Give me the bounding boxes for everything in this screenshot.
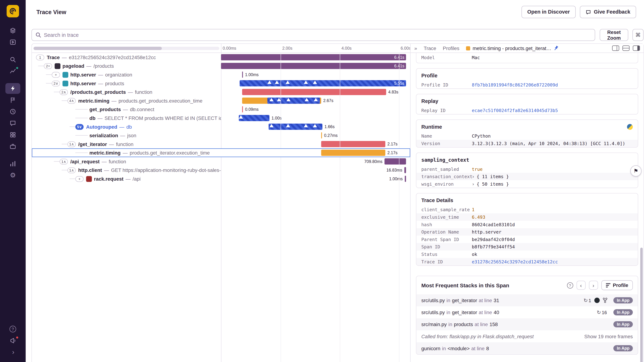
releases-icon[interactable] <box>5 95 20 105</box>
show-more-frames-link[interactable]: Show 19 more frames <box>584 333 633 339</box>
key-value-row[interactable]: transaction_context›{ 11 items } <box>416 173 638 180</box>
span-duration-bar[interactable] <box>405 176 406 182</box>
span-duration-bar[interactable] <box>321 132 322 139</box>
row-expand-badge[interactable]: 2+ <box>44 63 52 69</box>
expand-chevron-icon[interactable]: › <box>472 174 474 179</box>
reset-zoom-button[interactable]: Reset Zoom <box>600 29 628 41</box>
span-duration-bar[interactable] <box>242 89 386 95</box>
collapse-panel-icon[interactable]: » <box>414 46 417 51</box>
crons-icon[interactable] <box>5 106 20 117</box>
trace-row[interactable]: 2∨http.server—products5.55s <box>32 79 410 88</box>
settings-icon[interactable]: ⚙ <box>5 170 20 181</box>
collapse-sidebar-icon[interactable]: › <box>6 347 20 358</box>
github-icon[interactable] <box>594 298 600 303</box>
horizontal-scrollbar-thumb[interactable] <box>34 47 162 50</box>
traces-icon[interactable] <box>5 83 20 94</box>
row-expand-badge[interactable]: 1∧ <box>68 141 76 147</box>
span-duration-bar[interactable]: 6.41s <box>221 54 406 60</box>
stack-frame-row[interactable]: src/utils.pyinget_iteratorat line40↻16In… <box>416 306 638 318</box>
key-value-row[interactable]: Replay IDecae7c51f0024f2fa82e6314045d73b… <box>416 107 638 114</box>
trace-row[interactable]: 1∧/get_iterator—function2.17s <box>32 140 410 149</box>
profile-button[interactable]: Profile <box>601 280 633 290</box>
row-expand-badge[interactable]: 4∧ <box>68 98 76 103</box>
open-in-discover-button[interactable]: Open in Discover <box>522 6 576 18</box>
stack-frame-row[interactable]: Called from: flask/app.py in Flask.dispa… <box>416 330 638 342</box>
span-duration-bar[interactable] <box>404 167 406 173</box>
tab-span-details[interactable]: metric.timing - products.get_iterat… <box>466 45 558 51</box>
projects-icon[interactable] <box>5 129 20 140</box>
span-duration-bar[interactable]: 6.41s <box>221 63 406 69</box>
span-duration-bar[interactable] <box>321 150 385 156</box>
trace-search[interactable] <box>32 29 595 41</box>
search-input[interactable] <box>44 32 591 38</box>
span-duration-bar[interactable] <box>321 141 385 147</box>
expand-chevron-icon[interactable]: › <box>472 181 474 187</box>
trace-row[interactable]: db—SELECT * FROM products WHERE id IN (S… <box>32 114 410 122</box>
replays-icon[interactable] <box>5 37 20 47</box>
trace-row[interactable]: get_products—db.connect0.09ms <box>32 105 410 114</box>
row-expand-badge[interactable]: 2∨ <box>52 80 60 86</box>
floating-feedback-button[interactable]: ⚑ <box>630 165 642 176</box>
tab-trace[interactable]: Trace <box>424 45 436 51</box>
key-value-row[interactable]: Profile ID8fb7bb1891994f8c862f206e872200… <box>416 81 638 88</box>
value[interactable]: 8fb7bb1891994f8c862f206e8722009d <box>472 82 558 87</box>
span-duration-bar[interactable] <box>239 115 270 121</box>
row-expand-badge[interactable]: 1 <box>36 54 44 60</box>
stats-icon[interactable] <box>5 66 20 76</box>
search-icon[interactable] <box>5 54 20 65</box>
pin-icon[interactable] <box>552 45 560 52</box>
trace-row[interactable]: 2+pageload—/products6.41s <box>32 62 410 70</box>
trace-row[interactable]: 1∧/api_request—function709.80ms <box>32 157 410 166</box>
gridline <box>399 53 399 362</box>
sentry-logo[interactable] <box>6 5 19 17</box>
issues-icon[interactable] <box>5 25 20 36</box>
whats-new-icon[interactable] <box>5 335 20 346</box>
trace-row[interactable]: +rack.request—/api1.00ms <box>32 175 410 183</box>
layout-sidebar-right-icon[interactable] <box>612 45 619 51</box>
horizontal-scrollbar[interactable] <box>34 47 219 50</box>
trace-row[interactable]: 1Trace—e31278c256524c3297e2cd12458e12cc6… <box>32 53 410 62</box>
key: hash <box>421 222 472 227</box>
span-duration-bar[interactable]: 5.55s <box>240 80 406 86</box>
trace-row[interactable]: +http.server—organization1.00ms <box>32 70 410 79</box>
value[interactable]: ecae7c51f0024f2fa82e6314045d73b5 <box>472 108 558 113</box>
span-duration-label: 0.09ms <box>245 105 259 114</box>
panel-scrollbar[interactable] <box>640 248 643 362</box>
row-expand-badge[interactable]: 2∧ <box>60 89 68 95</box>
help-icon[interactable]: ? <box>5 324 20 335</box>
span-duration-bar[interactable] <box>242 71 243 78</box>
trace-row[interactable]: 1∧http.client—GET https://application-mo… <box>32 166 410 175</box>
tab-profiles[interactable]: Profiles <box>443 45 460 51</box>
next-stack-button[interactable]: › <box>589 281 598 290</box>
row-expand-badge[interactable]: + <box>75 176 84 181</box>
help-circle-icon[interactable]: ? <box>567 282 573 288</box>
value[interactable]: e31278c256524c3297e2cd12458e12cc <box>472 259 558 264</box>
row-expand-badge[interactable]: 1∧ <box>68 167 76 173</box>
trace-row[interactable]: metric.timing—products.get_iterator.exec… <box>32 149 410 157</box>
trace-row[interactable]: 4∧metric.timing—products.get_products.ex… <box>32 96 410 105</box>
stack-frame-row[interactable]: src/utils.pyinget_iteratorat line31↻1In … <box>416 294 638 306</box>
feedback-icon[interactable] <box>5 118 20 129</box>
most-frequent-stacks-card: Most Frequent Stacks in this Span?‹›Prof… <box>416 276 638 355</box>
trace-row[interactable]: serialization—json0.27ms <box>32 131 410 140</box>
stack-frame-row[interactable]: src/main.pyinproductsat line158In App <box>416 318 638 330</box>
trace-row[interactable]: 2∧/products.get_products—function4.83s <box>32 88 410 96</box>
span-label: +rack.request—/api <box>32 175 221 183</box>
stack-frame-row[interactable]: gunicornin<module>at line8In App <box>416 342 638 354</box>
row-expand-badge[interactable]: + <box>52 72 60 77</box>
row-expand-badge[interactable]: 1∧ <box>60 159 68 164</box>
row-expand-badge[interactable]: 5∨ <box>75 124 84 130</box>
shortcuts-button[interactable]: ⌘ <box>632 29 644 41</box>
span-duration-bar[interactable] <box>242 106 243 113</box>
organization-icon[interactable] <box>5 141 20 152</box>
layout-drawer-right-icon[interactable] <box>633 45 640 51</box>
trace-row[interactable]: 5∨Autogrouped—db1.66s <box>32 122 410 131</box>
dashboards-icon[interactable] <box>5 158 20 169</box>
layout-split-horizontal-icon[interactable] <box>622 45 630 51</box>
prev-stack-button[interactable]: ‹ <box>576 281 586 290</box>
span-duration-bar[interactable] <box>384 158 406 165</box>
give-feedback-button[interactable]: Give Feedback <box>580 6 636 18</box>
key-value-row[interactable]: Trace IDe31278c256524c3297e2cd12458e12cc <box>416 258 638 266</box>
key-value-row[interactable]: wsgi_environ›{ 50 items } <box>416 180 638 188</box>
branch-icon[interactable] <box>603 298 608 303</box>
